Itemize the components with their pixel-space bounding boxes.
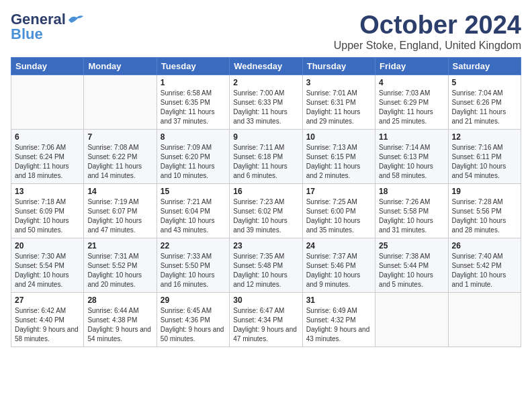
calendar-cell: 7Sunrise: 7:08 AM Sunset: 6:22 PM Daylig… [84,130,157,184]
day-number: 9 [233,132,298,142]
day-number: 30 [233,295,298,305]
calendar-cell: 30Sunrise: 6:47 AM Sunset: 4:34 PM Dayli… [230,293,302,347]
day-number: 27 [15,295,80,305]
day-number: 20 [15,241,80,250]
calendar-cell: 25Sunrise: 7:38 AM Sunset: 5:44 PM Dayli… [375,238,448,293]
day-info: Sunrise: 7:33 AM Sunset: 5:50 PM Dayligh… [161,252,226,289]
day-number: 21 [87,241,152,250]
calendar-cell: 1Sunrise: 6:58 AM Sunset: 6:35 PM Daylig… [157,75,229,130]
calendar-table: SundayMondayTuesdayWednesdayThursdayFrid… [11,57,521,347]
day-info: Sunrise: 6:44 AM Sunset: 4:38 PM Dayligh… [87,306,152,344]
day-info: Sunrise: 7:40 AM Sunset: 5:42 PM Dayligh… [452,252,517,289]
calendar-cell: 14Sunrise: 7:19 AM Sunset: 6:07 PM Dayli… [84,184,157,238]
day-number: 31 [306,295,371,305]
day-info: Sunrise: 7:08 AM Sunset: 6:22 PM Dayligh… [87,143,152,181]
calendar-cell: 2Sunrise: 7:00 AM Sunset: 6:33 PM Daylig… [230,75,302,130]
calendar-cell: 11Sunrise: 7:14 AM Sunset: 6:13 PM Dayli… [375,130,448,184]
calendar-cell: 6Sunrise: 7:06 AM Sunset: 6:24 PM Daylig… [11,130,84,184]
day-info: Sunrise: 7:28 AM Sunset: 5:56 PM Dayligh… [452,197,517,235]
day-info: Sunrise: 6:49 AM Sunset: 4:32 PM Dayligh… [306,306,371,344]
day-number: 3 [306,78,371,87]
weekday-header: Monday [84,58,157,75]
day-info: Sunrise: 7:16 AM Sunset: 6:11 PM Dayligh… [452,143,517,181]
day-info: Sunrise: 7:23 AM Sunset: 6:02 PM Dayligh… [233,197,298,235]
calendar-week-row: 1Sunrise: 6:58 AM Sunset: 6:35 PM Daylig… [11,75,521,130]
calendar-cell: 29Sunrise: 6:45 AM Sunset: 4:36 PM Dayli… [157,293,229,347]
calendar-week-row: 27Sunrise: 6:42 AM Sunset: 4:40 PM Dayli… [11,293,521,347]
calendar-cell: 16Sunrise: 7:23 AM Sunset: 6:02 PM Dayli… [230,184,302,238]
day-number: 13 [15,187,80,196]
location-text: Upper Stoke, England, United Kingdom [334,40,521,52]
day-info: Sunrise: 7:35 AM Sunset: 5:48 PM Dayligh… [233,252,298,289]
calendar-cell: 3Sunrise: 7:01 AM Sunset: 6:31 PM Daylig… [302,75,375,130]
month-title: October 2024 [334,11,521,40]
weekday-header: Friday [375,58,448,75]
day-number: 28 [87,295,152,305]
calendar-cell: 9Sunrise: 7:11 AM Sunset: 6:18 PM Daylig… [230,130,302,184]
weekday-header: Saturday [448,58,521,75]
calendar-cell: 10Sunrise: 7:13 AM Sunset: 6:15 PM Dayli… [302,130,375,184]
day-number: 23 [233,241,298,250]
logo-bird-icon [67,13,85,26]
weekday-header-row: SundayMondayTuesdayWednesdayThursdayFrid… [11,58,521,75]
day-info: Sunrise: 7:38 AM Sunset: 5:44 PM Dayligh… [379,252,444,289]
calendar-cell: 20Sunrise: 7:30 AM Sunset: 5:54 PM Dayli… [11,238,84,293]
calendar-cell: 31Sunrise: 6:49 AM Sunset: 4:32 PM Dayli… [302,293,375,347]
calendar-cell: 18Sunrise: 7:26 AM Sunset: 5:58 PM Dayli… [375,184,448,238]
day-number: 16 [233,187,298,196]
day-number: 7 [87,132,152,142]
title-section: October 2024 Upper Stoke, England, Unite… [334,11,521,52]
day-info: Sunrise: 7:14 AM Sunset: 6:13 PM Dayligh… [379,143,444,181]
day-number: 22 [161,241,226,250]
day-number: 12 [452,132,517,142]
day-info: Sunrise: 7:00 AM Sunset: 6:33 PM Dayligh… [233,89,298,126]
day-number: 24 [306,241,371,250]
calendar-week-row: 6Sunrise: 7:06 AM Sunset: 6:24 PM Daylig… [11,130,521,184]
day-info: Sunrise: 7:31 AM Sunset: 5:52 PM Dayligh… [87,252,152,289]
day-info: Sunrise: 7:04 AM Sunset: 6:26 PM Dayligh… [452,89,517,126]
calendar-week-row: 20Sunrise: 7:30 AM Sunset: 5:54 PM Dayli… [11,238,521,293]
day-number: 5 [452,78,517,87]
calendar-cell: 4Sunrise: 7:03 AM Sunset: 6:29 PM Daylig… [375,75,448,130]
day-number: 10 [306,132,371,142]
calendar-cell: 12Sunrise: 7:16 AM Sunset: 6:11 PM Dayli… [448,130,521,184]
calendar-week-row: 13Sunrise: 7:18 AM Sunset: 6:09 PM Dayli… [11,184,521,238]
day-number: 6 [15,132,80,142]
calendar-cell: 24Sunrise: 7:37 AM Sunset: 5:46 PM Dayli… [302,238,375,293]
day-number: 11 [379,132,444,142]
calendar-cell: 5Sunrise: 7:04 AM Sunset: 6:26 PM Daylig… [448,75,521,130]
day-info: Sunrise: 7:25 AM Sunset: 6:00 PM Dayligh… [306,197,371,235]
day-info: Sunrise: 7:01 AM Sunset: 6:31 PM Dayligh… [306,89,371,126]
day-number: 18 [379,187,444,196]
calendar-cell: 13Sunrise: 7:18 AM Sunset: 6:09 PM Dayli… [11,184,84,238]
calendar-cell: 21Sunrise: 7:31 AM Sunset: 5:52 PM Dayli… [84,238,157,293]
day-number: 14 [87,187,152,196]
day-info: Sunrise: 7:13 AM Sunset: 6:15 PM Dayligh… [306,143,371,181]
calendar-cell [11,75,84,130]
calendar-cell: 17Sunrise: 7:25 AM Sunset: 6:00 PM Dayli… [302,184,375,238]
day-info: Sunrise: 7:21 AM Sunset: 6:04 PM Dayligh… [161,197,226,235]
day-number: 4 [379,78,444,87]
calendar-cell: 15Sunrise: 7:21 AM Sunset: 6:04 PM Dayli… [157,184,229,238]
day-info: Sunrise: 7:18 AM Sunset: 6:09 PM Dayligh… [15,197,80,235]
weekday-header: Thursday [302,58,375,75]
calendar-cell: 22Sunrise: 7:33 AM Sunset: 5:50 PM Dayli… [157,238,229,293]
day-number: 15 [161,187,226,196]
day-info: Sunrise: 6:45 AM Sunset: 4:36 PM Dayligh… [161,306,226,344]
day-info: Sunrise: 6:47 AM Sunset: 4:34 PM Dayligh… [233,306,298,344]
day-info: Sunrise: 7:06 AM Sunset: 6:24 PM Dayligh… [15,143,80,181]
weekday-header: Tuesday [157,58,229,75]
page-header: General Blue October 2024 Upper Stoke, E… [11,11,521,52]
day-info: Sunrise: 6:58 AM Sunset: 6:35 PM Dayligh… [161,89,226,126]
day-info: Sunrise: 7:30 AM Sunset: 5:54 PM Dayligh… [15,252,80,289]
day-info: Sunrise: 7:11 AM Sunset: 6:18 PM Dayligh… [233,143,298,181]
calendar-cell [448,293,521,347]
weekday-header: Wednesday [230,58,302,75]
calendar-cell: 8Sunrise: 7:09 AM Sunset: 6:20 PM Daylig… [157,130,229,184]
weekday-header: Sunday [11,58,84,75]
calendar-cell: 27Sunrise: 6:42 AM Sunset: 4:40 PM Dayli… [11,293,84,347]
logo-blue-text: Blue [11,26,43,43]
day-number: 8 [161,132,226,142]
day-number: 2 [233,78,298,87]
day-number: 26 [452,241,517,250]
